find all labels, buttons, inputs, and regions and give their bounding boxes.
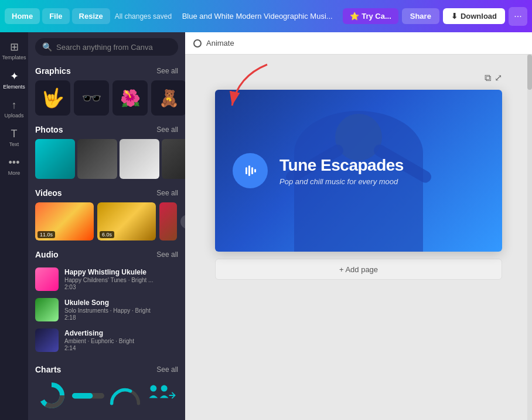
- animate-circle-icon: [193, 39, 202, 48]
- photo-thumb-2[interactable]: [77, 139, 117, 179]
- svg-rect-9: [251, 167, 253, 174]
- videos-header: Videos See all: [35, 188, 178, 198]
- photos-title: Photos: [35, 125, 63, 134]
- sidebar-item-more[interactable]: ••• More: [1, 153, 27, 179]
- design-card[interactable]: Tune Escapades Pop and chill music for e…: [215, 90, 502, 252]
- graphic-item-bear[interactable]: 🧸: [151, 80, 185, 116]
- audio-title-1: Happy Whistling Ukulele: [64, 268, 178, 276]
- graphics-title: Graphics: [35, 66, 71, 76]
- video-thumb-2[interactable]: 6.0s: [97, 202, 156, 241]
- more-options-button[interactable]: ···: [509, 7, 527, 26]
- charts-see-all[interactable]: See all: [156, 365, 178, 374]
- templates-icon: ⊞: [10, 40, 19, 53]
- download-button[interactable]: ⬇ Download: [443, 8, 505, 24]
- download-label: Download: [461, 12, 497, 21]
- text-icon: T: [11, 128, 18, 140]
- animate-button[interactable]: Animate: [206, 39, 234, 48]
- try-canva-button[interactable]: ⭐ Try Ca...: [343, 8, 398, 24]
- charts-header: Charts See all: [35, 365, 178, 374]
- photo-thumb-3[interactable]: [120, 139, 159, 179]
- chart-arc[interactable]: [109, 379, 141, 411]
- share-button[interactable]: Share: [402, 8, 439, 24]
- topbar-right: ⭐ Try Ca... Share ⬇ Download ···: [343, 7, 527, 26]
- graphics-section: Graphics See all 🤟 🕶️ 🌺 🧸 ›: [28, 62, 185, 120]
- video-thumb-1[interactable]: 11.0s: [35, 202, 94, 241]
- scroll-thumb[interactable]: [527, 55, 532, 90]
- videos-grid: 11.0s 6.0s ›: [35, 202, 178, 241]
- home-button[interactable]: Home: [5, 8, 40, 24]
- charts-title: Charts: [35, 365, 61, 374]
- audio-info-1: Happy Whistling Ukulele Happy Childrens'…: [64, 268, 178, 290]
- audio-thumb-1: [35, 267, 59, 291]
- svg-rect-7: [245, 167, 247, 174]
- search-icon: 🔍: [42, 42, 52, 52]
- charts-grid: [35, 379, 178, 411]
- audio-thumb-3: [35, 328, 59, 352]
- photos-see-all[interactable]: See all: [156, 126, 178, 134]
- svg-point-4: [150, 385, 156, 391]
- templates-label: Templates: [2, 55, 26, 60]
- uploads-label: Uploads: [4, 113, 23, 118]
- card-audio-icon: [233, 153, 268, 188]
- canvas-top-icons: ⧉ ⤢: [485, 72, 502, 83]
- elements-label: Elements: [3, 84, 25, 90]
- charts-section: Charts See all: [28, 360, 185, 416]
- chart-donut[interactable]: [35, 379, 67, 411]
- file-button[interactable]: File: [42, 8, 69, 24]
- audio-item-1[interactable]: Happy Whistling Ukulele Happy Childrens'…: [35, 264, 178, 294]
- photos-section: Photos See all ›: [28, 120, 185, 184]
- audio-item-2[interactable]: Ukulele Song Solo Instruments · Happy · …: [35, 294, 178, 325]
- download-icon: ⬇: [451, 12, 458, 21]
- video-thumb-3[interactable]: [159, 202, 177, 241]
- sidebar-icons: ⊞ Templates ✦ Elements ↑ Uploads T Text …: [0, 32, 28, 420]
- search-input[interactable]: [56, 43, 171, 52]
- topbar: Home File Resize All changes saved Blue …: [0, 0, 532, 32]
- audio-title-2: Ukulele Song: [64, 299, 178, 307]
- audio-see-all[interactable]: See all: [156, 250, 178, 259]
- sidebar-item-elements[interactable]: ✦ Elements: [1, 66, 27, 93]
- chart-pill[interactable]: [72, 379, 104, 411]
- photos-header: Photos See all: [35, 125, 178, 134]
- photos-grid: ›: [35, 139, 178, 179]
- video-duration-2: 6.0s: [100, 231, 114, 238]
- canvas-scrollbar[interactable]: [527, 55, 532, 420]
- card-subtitle: Pop and chill music for every mood: [279, 177, 404, 186]
- photo-thumb-4[interactable]: [162, 139, 185, 179]
- audio-desc-1: Happy Childrens' Tunes · Bright ...: [64, 277, 178, 283]
- svg-point-5: [161, 385, 168, 391]
- card-text: Tune Escapades Pop and chill music for e…: [279, 156, 404, 186]
- resize-button[interactable]: Resize: [72, 8, 110, 24]
- graphic-item-hibiscus[interactable]: 🌺: [112, 80, 148, 116]
- chart-people[interactable]: [146, 379, 178, 411]
- add-page-button[interactable]: + Add page: [215, 259, 502, 280]
- canvas-copy-button[interactable]: ⧉: [485, 72, 491, 83]
- svg-rect-3: [72, 393, 93, 398]
- graphic-item-hand[interactable]: 🤟: [35, 80, 70, 116]
- search-input-wrap[interactable]: 🔍: [35, 38, 178, 56]
- graphic-item-sunglasses[interactable]: 🕶️: [74, 80, 109, 116]
- card-title: Tune Escapades: [279, 156, 404, 175]
- graphics-see-all[interactable]: See all: [156, 67, 178, 75]
- canvas-expand-button[interactable]: ⤢: [495, 72, 502, 83]
- graphics-header: Graphics See all: [35, 66, 178, 76]
- sidebar-item-uploads[interactable]: ↑ Uploads: [1, 96, 27, 122]
- videos-see-all[interactable]: See all: [156, 189, 178, 197]
- graphics-grid: 🤟 🕶️ 🌺 🧸 ›: [35, 80, 178, 116]
- audio-desc-2: Solo Instruments · Happy · Bright: [64, 307, 178, 314]
- photo-thumb-1[interactable]: [35, 139, 75, 179]
- sidebar-item-text[interactable]: T Text: [1, 124, 27, 151]
- left-panel: 🔍 Graphics See all 🤟 🕶️ 🌺 🧸 › Photos See: [28, 32, 185, 420]
- text-label: Text: [9, 141, 19, 147]
- videos-next-arrow[interactable]: ›: [180, 215, 185, 229]
- audio-item-3[interactable]: Advertising Ambient · Euphoric · Bright …: [35, 325, 178, 355]
- audio-title-3: Advertising: [64, 329, 178, 337]
- animate-bar: Animate: [185, 32, 532, 55]
- svg-rect-10: [254, 169, 256, 172]
- videos-title: Videos: [35, 188, 62, 198]
- svg-rect-8: [248, 165, 250, 176]
- uploads-icon: ↑: [12, 99, 17, 111]
- document-title: Blue and White Modern Videographic Musi.…: [174, 12, 340, 21]
- audio-thumb-2: [35, 298, 59, 321]
- sidebar-item-templates[interactable]: ⊞ Templates: [1, 37, 27, 64]
- audio-time-2: 2:18: [64, 314, 178, 321]
